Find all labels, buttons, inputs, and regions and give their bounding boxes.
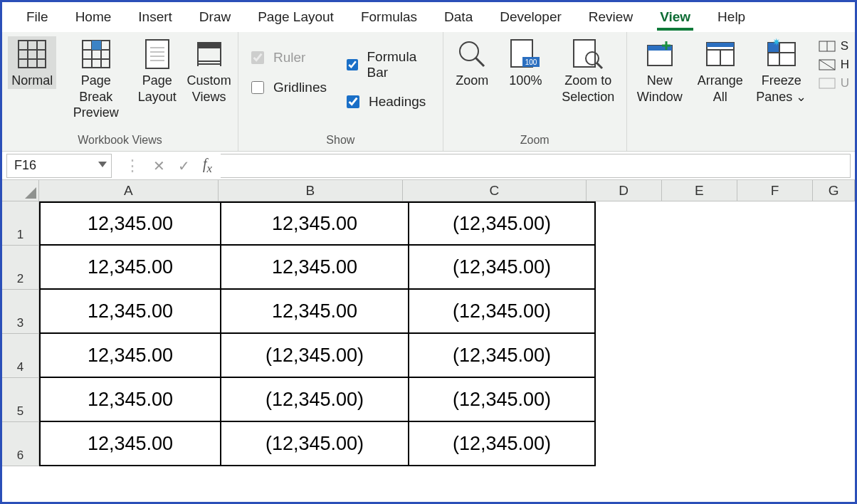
formula-bar-label: Formula Bar [367,49,431,80]
menu-page-layout[interactable]: Page Layout [258,9,334,25]
cell-C4[interactable]: (12,345.00) [409,334,596,378]
row-header-6[interactable]: 6 [2,422,39,466]
headings-checkbox-input[interactable] [347,95,359,108]
menu-file[interactable]: File [26,9,48,25]
ruler-checkbox-input[interactable] [251,51,264,64]
svg-rect-46 [819,78,835,88]
gridlines-checkbox-input[interactable] [251,81,264,94]
cell-D1[interactable] [596,201,673,246]
cell-B2[interactable]: 12,345.00 [221,246,409,290]
hide-button[interactable]: H [818,58,849,72]
cell-A6[interactable]: 12,345.00 [39,422,221,466]
cell-B1[interactable]: 12,345.00 [221,201,409,246]
zoom-100-button[interactable]: 100 100% [503,36,549,89]
split-icon [818,40,836,53]
cell-D2[interactable] [596,246,673,290]
cell-A3[interactable]: 12,345.00 [39,290,221,334]
custom-views-button[interactable]: Custom Views [186,36,232,105]
ribbon-view: Normal Page Break Preview Page Layout [2,32,855,152]
menu-home[interactable]: Home [75,9,112,25]
menu-formulas[interactable]: Formulas [361,9,417,25]
col-header-F[interactable]: F [737,180,813,201]
cell-E5[interactable] [673,378,750,422]
col-header-E[interactable]: E [662,180,737,201]
headings-checkbox[interactable]: Headings [344,93,431,110]
excel-window: File Home Insert Draw Page Layout Formul… [0,0,857,504]
cell-E4[interactable] [673,334,750,378]
menu-help[interactable]: Help [717,9,745,25]
menu-review[interactable]: Review [589,9,633,25]
cell-F3[interactable] [750,290,826,334]
col-header-D[interactable]: D [587,180,662,201]
menu-developer[interactable]: Developer [500,9,562,25]
cell-E3[interactable] [673,290,750,334]
col-header-A[interactable]: A [39,180,219,201]
cell-C6[interactable]: (12,345.00) [409,422,596,466]
name-box[interactable]: F16 [6,154,112,178]
cell-B4[interactable]: (12,345.00) [221,334,409,378]
new-window-button[interactable]: New Window [633,36,687,105]
cell-B3[interactable]: 12,345.00 [221,290,409,334]
freeze-panes-button[interactable]: ✷ Freeze Panes ⌄ [754,36,809,105]
insert-function-button[interactable]: fx [203,156,212,176]
cell-E2[interactable] [673,246,750,290]
cell-E1[interactable] [673,201,750,246]
cell-E6[interactable] [673,422,750,466]
row-header-2[interactable]: 2 [2,246,39,290]
select-all-corner[interactable] [2,180,39,201]
page-break-preview-button[interactable]: Page Break Preview [63,36,128,121]
cell-F4[interactable] [750,334,826,378]
cell-F6[interactable] [750,422,826,466]
col-header-C[interactable]: C [403,180,587,201]
cell-B5[interactable]: (12,345.00) [221,378,409,422]
cell-A4[interactable]: 12,345.00 [39,334,221,378]
cell-B6[interactable]: (12,345.00) [221,422,409,466]
svg-line-28 [596,63,602,68]
group-window: New Window Arrange All ✷ Freeze Panes ⌄ … [627,32,855,151]
menu-draw[interactable]: Draw [199,9,231,25]
arrange-all-icon [705,38,736,70]
row-header-5[interactable]: 5 [2,378,39,422]
cell-C5[interactable]: (12,345.00) [409,378,596,422]
zoom-to-selection-button[interactable]: Zoom to Selection [556,36,621,105]
cell-A1[interactable]: 12,345.00 [39,201,221,246]
cell-F2[interactable] [750,246,826,290]
menu-insert[interactable]: Insert [138,9,172,25]
page-layout-icon [142,38,173,70]
col-header-G[interactable]: G [813,180,855,201]
cell-C1[interactable]: (12,345.00) [409,201,596,246]
cancel-formula-button[interactable]: ✕ [153,157,165,174]
cell-D5[interactable] [596,378,673,422]
name-box-dropdown-icon[interactable] [98,162,107,167]
row-header-3[interactable]: 3 [2,290,39,334]
formula-bar-checkbox[interactable]: Formula Bar [344,49,431,80]
cell-A5[interactable]: 12,345.00 [39,378,221,422]
row-header-4[interactable]: 4 [2,334,39,378]
arrange-all-button[interactable]: Arrange All [694,36,747,105]
ruler-label: Ruler [273,50,305,65]
svg-line-22 [475,58,484,66]
ruler-checkbox[interactable]: Ruler [248,49,327,66]
formula-input[interactable] [221,154,851,178]
cell-D3[interactable] [596,290,673,334]
unhide-button[interactable]: U [818,76,849,90]
cell-D4[interactable] [596,334,673,378]
menu-view[interactable]: View [660,9,690,25]
cell-F1[interactable] [750,201,826,246]
cell-F5[interactable] [750,378,826,422]
cell-D6[interactable] [596,422,673,466]
page-layout-button[interactable]: Page Layout [135,36,179,105]
formula-bar-checkbox-input[interactable] [347,58,358,71]
enter-formula-button[interactable]: ✓ [178,157,190,174]
cell-A2[interactable]: 12,345.00 [39,246,221,290]
split-button[interactable]: S [818,39,849,53]
menu-data[interactable]: Data [444,9,473,25]
zoom-button[interactable]: Zoom [449,36,495,89]
row-header-1[interactable]: 1 [2,201,39,246]
gridlines-checkbox[interactable]: Gridlines [248,79,327,96]
cell-C3[interactable]: (12,345.00) [409,290,596,334]
custom-views-icon [194,38,225,70]
cell-C2[interactable]: (12,345.00) [409,246,596,290]
normal-view-button[interactable]: Normal [8,36,56,89]
col-header-B[interactable]: B [219,180,403,201]
